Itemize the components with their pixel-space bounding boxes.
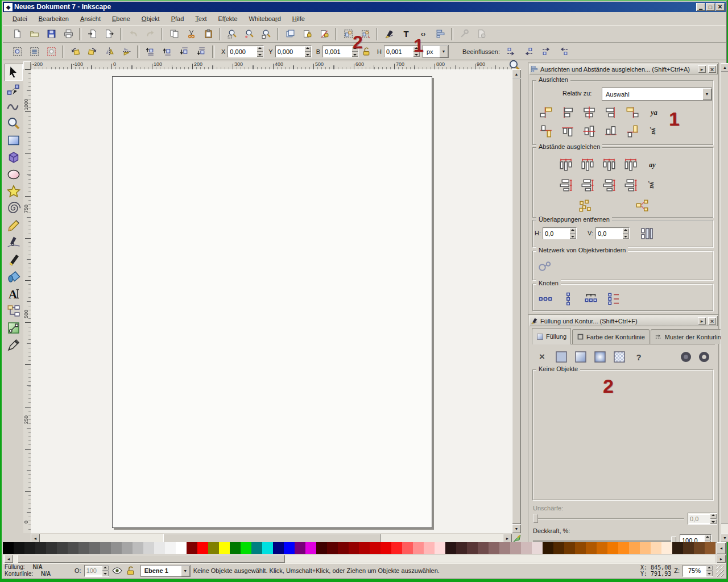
text-tool[interactable] (5, 285, 23, 302)
scrollbar-thumb[interactable] (721, 72, 728, 523)
calligraphy-tool[interactable] (5, 251, 23, 268)
master-opacity-input[interactable] (85, 567, 102, 575)
open-document-button[interactable] (26, 26, 43, 42)
align-text-horizontal-button[interactable]: ya (644, 103, 664, 122)
zoom-field[interactable] (682, 565, 713, 577)
affect-gradients-button[interactable] (537, 43, 555, 60)
titlebar[interactable]: ◆ Neues Dokument 7 - Inkscape ▁ □ × (3, 2, 726, 12)
group-button[interactable] (340, 26, 357, 42)
palette-swatch[interactable] (143, 542, 154, 554)
align-dialog-button[interactable] (432, 26, 449, 42)
zoom-spinner[interactable] (706, 566, 713, 576)
menu-pfad[interactable]: Pfad (166, 14, 189, 24)
unknown-paint-button[interactable]: ? (631, 348, 647, 366)
palette-swatch[interactable] (359, 542, 370, 554)
palette-swatch[interactable] (607, 542, 618, 554)
ungroup-button[interactable] (357, 26, 374, 42)
palette-prev-icon[interactable]: ◄ (717, 542, 726, 554)
scroll-right-icon[interactable]: ► (503, 534, 512, 543)
palette-swatch[interactable] (467, 542, 478, 554)
distribute-centers-horizontally-button[interactable] (577, 156, 598, 174)
palette-swatch[interactable] (24, 542, 35, 554)
align-nodes-horizontally-button[interactable] (581, 290, 601, 308)
document-page[interactable] (112, 76, 432, 528)
lock-dimensions-button[interactable] (359, 44, 373, 59)
paint-bucket-tool[interactable] (5, 268, 23, 285)
height-spinner[interactable] (413, 46, 420, 57)
align-bottom-edges-button[interactable] (601, 122, 621, 140)
palette-swatch[interactable] (651, 542, 661, 554)
tab-fill-tab[interactable]: Füllung (532, 328, 571, 344)
palette-swatch[interactable] (672, 542, 683, 554)
duplicate-button[interactable] (282, 26, 299, 42)
width-spinner[interactable] (351, 46, 358, 57)
palette-swatch[interactable] (402, 542, 413, 554)
palette-swatch[interactable] (683, 542, 694, 554)
select-all-button[interactable] (9, 43, 26, 60)
palette-swatch[interactable] (553, 542, 564, 554)
horizontal-ruler[interactable]: -200-1000100200300400500600700800900 (31, 61, 512, 69)
scroll-down-icon[interactable]: ▼ (512, 524, 521, 533)
palette-swatch[interactable] (165, 542, 176, 554)
center-vertical-axis-button[interactable] (579, 103, 599, 122)
menu-objekt[interactable]: Objekt (136, 14, 165, 24)
palette-swatch[interactable] (705, 542, 715, 554)
star-tool[interactable] (5, 183, 23, 200)
flat-color-button[interactable] (553, 348, 569, 366)
blur-slider[interactable] (533, 514, 684, 523)
route-connector-network-button[interactable] (535, 258, 555, 275)
palette-swatch[interactable] (284, 542, 295, 554)
palette-swatch[interactable] (89, 542, 100, 554)
menu-datei[interactable]: Datei (7, 14, 32, 24)
palette-swatch[interactable] (208, 542, 219, 554)
style-indicator[interactable]: Füllung:N/A Konturlinie:N/A (5, 564, 72, 577)
palette-swatch[interactable] (510, 542, 521, 554)
align-left-edges-button[interactable] (557, 103, 578, 122)
panel-close-button[interactable]: × (708, 317, 716, 325)
scrollbar-thumb[interactable] (18, 555, 285, 563)
palette-scrollbar[interactable]: ◄ (3, 555, 715, 563)
palette-swatch[interactable] (78, 542, 89, 554)
palette-swatch[interactable] (618, 542, 629, 554)
menu-ansicht[interactable]: Ansicht (75, 14, 106, 24)
lower-button[interactable] (176, 43, 193, 60)
overlap-v-field[interactable] (595, 227, 630, 239)
panel-float-button[interactable]: ▸ (698, 317, 706, 325)
undo-button[interactable] (125, 26, 142, 42)
palette-swatch[interactable] (575, 542, 586, 554)
scrollbar-thumb[interactable] (512, 78, 521, 524)
blur-field[interactable] (688, 513, 717, 525)
palette-swatch[interactable] (478, 542, 489, 554)
height-input[interactable] (384, 48, 413, 56)
distribute-text-vertical-button[interactable]: ya (642, 176, 663, 194)
distribute-top-edges-button[interactable] (556, 176, 576, 194)
connector-tool[interactable] (5, 302, 23, 319)
dropper-tool[interactable] (5, 336, 23, 354)
palette-swatch[interactable] (413, 542, 424, 554)
new-document-button[interactable] (9, 26, 26, 42)
canvas-corner-icon[interactable] (512, 534, 522, 543)
distribute-nodes-horizontally-button[interactable] (535, 290, 556, 308)
zoom-page-button[interactable] (258, 26, 275, 42)
palette-swatch[interactable] (380, 542, 391, 554)
text-dialog-button[interactable]: T (398, 26, 415, 42)
align-left-to-anchor-right-button[interactable] (622, 103, 643, 122)
palette-swatch[interactable] (456, 542, 467, 554)
canvas-horizontal-scrollbar[interactable]: ◄ ► (31, 534, 512, 543)
align-right-to-anchor-left-button[interactable] (536, 103, 556, 122)
slider-thumb[interactable] (533, 514, 538, 523)
palette-swatch[interactable] (543, 542, 553, 554)
no-paint-button[interactable]: × (534, 348, 550, 366)
equal-horizontal-gaps-button[interactable] (621, 156, 641, 174)
unclump-button[interactable] (632, 197, 652, 215)
palette-swatch[interactable] (391, 542, 402, 554)
relative-to-select[interactable]: Auswahl ▼ (602, 88, 712, 101)
palette-swatch[interactable] (219, 542, 230, 554)
y-input[interactable] (276, 48, 304, 56)
box-3d-tool[interactable] (5, 149, 23, 166)
paste-button[interactable] (200, 26, 217, 42)
distribute-nodes-vertically-button[interactable] (558, 290, 578, 308)
resize-grip[interactable] (716, 564, 724, 577)
center-horizontal-axis-button[interactable] (579, 122, 599, 140)
palette-swatch[interactable] (532, 542, 543, 554)
